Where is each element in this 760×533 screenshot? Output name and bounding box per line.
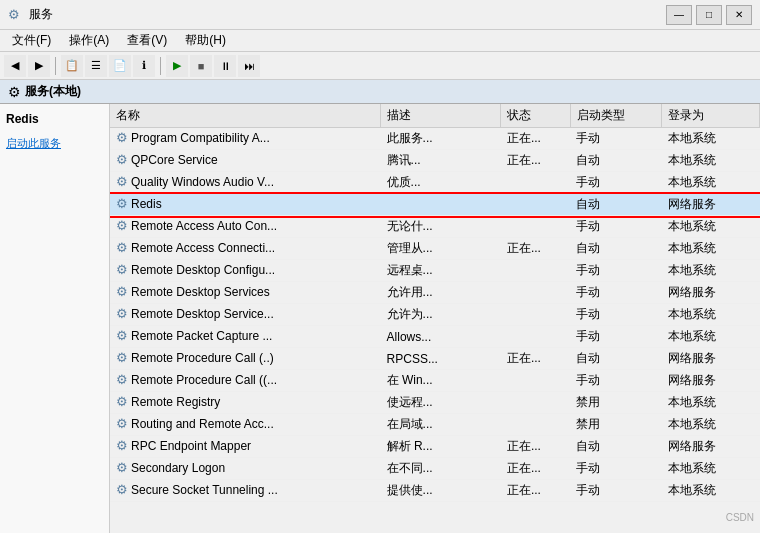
table-row[interactable]: ⚙Security Accounts Manag...启动此...正在...自动… [110,502,760,505]
table-row[interactable]: ⚙Remote Registry使远程...禁用本地系统 [110,392,760,414]
table-row[interactable]: ⚙Routing and Remote Acc...在局域...禁用本地系统 [110,414,760,436]
table-row[interactable]: ⚙Remote Packet Capture ...Allows...手动本地系… [110,326,760,348]
service-name-cell: ⚙Security Accounts Manag... [110,502,381,504]
service-name-text: Program Compatibility A... [131,131,270,145]
show-standard-view-button[interactable]: 📋 [61,55,83,77]
service-icon: ⚙ [116,350,128,365]
service-starttype-cell: 手动 [570,216,662,238]
show-list-button[interactable]: ☰ [85,55,107,77]
table-row[interactable]: ⚙Remote Access Connecti...管理从...正在...自动本… [110,238,760,260]
service-desc-cell: 提供使... [381,480,501,502]
service-starttype-cell: 自动 [570,436,662,458]
service-login-cell: 网络服务 [662,348,760,370]
service-status-cell [501,260,570,282]
toolbar: ◀ ▶ 📋 ☰ 📄 ℹ ▶ ■ ⏸ ⏭ [0,52,760,80]
service-starttype-cell: 手动 [570,480,662,502]
service-icon: ⚙ [116,174,128,189]
table-scroll[interactable]: 名称 描述 状态 启动类型 登录为 ⚙Program Compatibility… [110,104,760,504]
table-row[interactable]: ⚙Secure Socket Tunneling ...提供使...正在...手… [110,480,760,502]
service-login-cell: 本地系统 [662,238,760,260]
service-starttype-cell: 自动 [570,150,662,172]
service-login-cell: 本地系统 [662,414,760,436]
service-status-cell: 正在... [501,128,570,150]
minimize-button[interactable]: — [666,5,692,25]
service-login-cell: 本地系统 [662,326,760,348]
header-bar: ⚙ 服务(本地) [0,80,760,104]
start-service-button[interactable]: ▶ [166,55,188,77]
forward-button[interactable]: ▶ [28,55,50,77]
service-starttype-cell: 禁用 [570,414,662,436]
service-name-text: Quality Windows Audio V... [131,175,274,189]
service-status-cell [501,194,570,216]
table-row[interactable]: ⚙Redis自动网络服务 [110,194,760,216]
window-controls[interactable]: — □ ✕ [666,5,752,25]
table-row[interactable]: ⚙Remote Desktop Service...允许为...手动本地系统 [110,304,760,326]
service-icon: ⚙ [116,240,128,255]
col-name-header[interactable]: 名称 [110,104,381,128]
table-row[interactable]: ⚙Secondary Logon在不同...正在...手动本地系统 [110,458,760,480]
service-starttype-cell: 手动 [570,370,662,392]
service-name-text: Remote Desktop Configu... [131,263,275,277]
menu-action[interactable]: 操作(A) [61,30,117,51]
close-button[interactable]: ✕ [726,5,752,25]
table-row[interactable]: ⚙QPCore Service腾讯...正在...自动本地系统 [110,150,760,172]
table-row[interactable]: ⚙RPC Endpoint Mapper解析 R...正在...自动网络服务 [110,436,760,458]
menu-view[interactable]: 查看(V) [119,30,175,51]
service-status-cell: 正在... [501,480,570,502]
menu-bar: 文件(F) 操作(A) 查看(V) 帮助(H) [0,30,760,52]
service-starttype-cell: 手动 [570,326,662,348]
export-list-button[interactable]: 📄 [109,55,131,77]
col-desc-header[interactable]: 描述 [381,104,501,128]
table-row[interactable]: ⚙Remote Procedure Call ((...在 Win...手动网络… [110,370,760,392]
table-row[interactable]: ⚙Remote Desktop Services允许用...手动网络服务 [110,282,760,304]
service-desc-cell: 无论什... [381,216,501,238]
maximize-button[interactable]: □ [696,5,722,25]
service-login-cell: 本地系统 [662,260,760,282]
service-icon: ⚙ [116,262,128,277]
table-row[interactable]: ⚙Remote Access Auto Con...无论什...手动本地系统 [110,216,760,238]
stop-service-button[interactable]: ■ [190,55,212,77]
service-name-text: Remote Registry [131,395,220,409]
service-login-cell: 本地系统 [662,480,760,502]
service-name-cell: ⚙Remote Registry [110,392,381,411]
menu-file[interactable]: 文件(F) [4,30,59,51]
service-desc-cell [381,194,501,216]
pause-service-button[interactable]: ⏸ [214,55,236,77]
service-name-text: Redis [131,197,162,211]
service-icon: ⚙ [116,328,128,343]
service-name-text: Remote Access Auto Con... [131,219,277,233]
service-desc-cell: 腾讯... [381,150,501,172]
service-icon: ⚙ [116,152,128,167]
toolbar-separator-1 [55,57,56,75]
service-status-cell [501,216,570,238]
back-button[interactable]: ◀ [4,55,26,77]
table-row[interactable]: ⚙Remote Desktop Configu...远程桌...手动本地系统 [110,260,760,282]
service-login-cell: 本地系统 [662,502,760,505]
service-name-cell: ⚙Remote Procedure Call (..) [110,348,381,367]
service-icon: ⚙ [116,372,128,387]
service-login-cell: 网络服务 [662,194,760,216]
resume-service-button[interactable]: ⏭ [238,55,260,77]
service-desc-cell: 允许用... [381,282,501,304]
menu-help[interactable]: 帮助(H) [177,30,234,51]
start-service-link[interactable]: 启动此服务 [4,134,105,153]
service-desc-cell: RPCSS... [381,348,501,370]
service-icon: ⚙ [116,438,128,453]
service-name-text: Routing and Remote Acc... [131,417,274,431]
service-desc-cell: 此服务... [381,128,501,150]
service-name-cell: ⚙Remote Desktop Service... [110,304,381,323]
properties-button[interactable]: ℹ [133,55,155,77]
service-status-cell [501,392,570,414]
right-panel: 名称 描述 状态 启动类型 登录为 ⚙Program Compatibility… [110,104,760,533]
service-status-cell: 正在... [501,458,570,480]
col-status-header[interactable]: 状态 [501,104,570,128]
table-row[interactable]: ⚙Quality Windows Audio V...优质...手动本地系统 [110,172,760,194]
table-row[interactable]: ⚙Remote Procedure Call (..)RPCSS...正在...… [110,348,760,370]
col-starttype-header[interactable]: 启动类型 [570,104,662,128]
service-desc-cell: 解析 R... [381,436,501,458]
col-login-header[interactable]: 登录为 [662,104,760,128]
table-row[interactable]: ⚙Program Compatibility A...此服务...正在...手动… [110,128,760,150]
service-desc-cell: 优质... [381,172,501,194]
service-starttype-cell: 自动 [570,194,662,216]
service-name-cell: ⚙Secure Socket Tunneling ... [110,480,381,499]
